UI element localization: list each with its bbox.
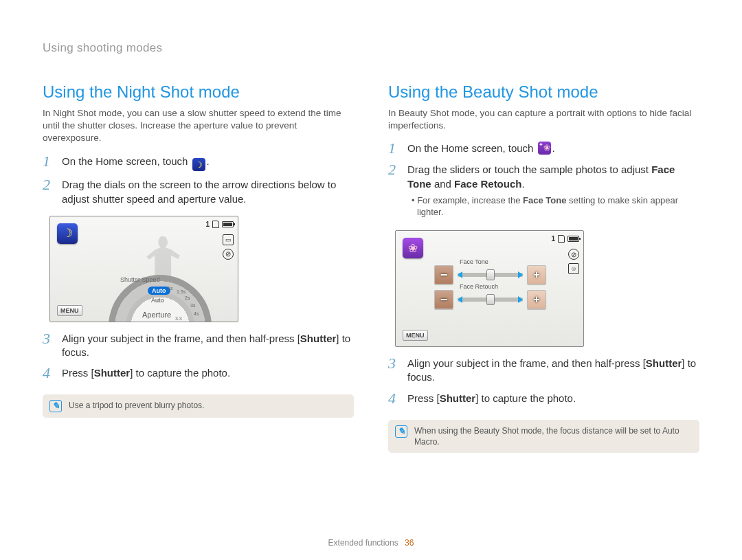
step-number: 2: [43, 177, 55, 206]
shutter-key: Shutter: [94, 367, 131, 379]
text: Align your subject in the frame, and the…: [407, 357, 646, 369]
memory-icon: [212, 221, 219, 228]
menu-button[interactable]: MENU: [57, 305, 82, 316]
auto-text: Auto: [151, 297, 164, 304]
arrow-left-icon: [458, 296, 462, 303]
night-title: Using the Night Shot mode: [43, 82, 354, 102]
face-tone-strong: Face Tone: [523, 195, 566, 205]
face-retouch-slider-label: Face Retouch: [460, 283, 498, 290]
face-retouch-slider[interactable]: − +: [434, 290, 546, 309]
slider-track[interactable]: [458, 298, 523, 302]
step-number: 4: [388, 391, 401, 406]
slider-knob[interactable]: [486, 294, 495, 305]
memory-icon: [558, 235, 565, 243]
beauty-step-2: 2 Drag the sliders or touch the sample p…: [388, 163, 699, 221]
text: Align your subject in the frame, and the…: [62, 333, 300, 344]
night-shot-screenshot: 1 ▭ ⊘ MENU Shutter Speed Auto Auto Apert…: [49, 216, 238, 322]
side-icons: ⊘ ☺: [568, 249, 579, 274]
beauty-shot-column: Using the Beauty Shot mode In Beauty Sho…: [388, 82, 699, 453]
shutter-key: Shutter: [300, 333, 337, 344]
image-size-icon: ▭: [223, 234, 234, 245]
arrow-right-icon: [518, 271, 523, 278]
page-footer: Extended functions 36: [0, 538, 742, 548]
note-icon: ✎: [49, 400, 62, 412]
face-detect-icon: ☺: [568, 263, 579, 274]
beauty-mode-chip-icon: [403, 238, 423, 258]
text: Drag the sliders or touch the sample pho…: [407, 164, 651, 175]
sub-bullet: For example, increase the Face Tone sett…: [417, 194, 699, 219]
text: Drag the dials on the screen to the arro…: [62, 178, 354, 206]
aperture-label: Aperture: [142, 311, 171, 319]
step-number: 1: [388, 141, 401, 156]
note-icon: ✎: [395, 425, 407, 438]
battery-icon: [567, 236, 579, 242]
step-number: 2: [388, 162, 401, 221]
beauty-title: Using the Beauty Shot mode: [388, 82, 699, 102]
status-bar: 1: [551, 235, 579, 243]
plus-sample-icon[interactable]: +: [527, 265, 546, 284]
tick: 1s: [168, 286, 172, 291]
footer-page-number: 36: [405, 538, 414, 548]
shot-count: 1: [551, 235, 555, 243]
slider-knob[interactable]: [486, 269, 495, 280]
night-note: ✎ Use a tripod to prevent blurry photos.: [43, 394, 354, 418]
step-number: 1: [43, 154, 55, 172]
tick: 3s: [190, 303, 195, 308]
night-mode-chip-icon: [57, 223, 78, 244]
step-number: 4: [43, 366, 55, 381]
tick: 4s: [194, 311, 199, 316]
beauty-note: ✎ When using the Beauty Shot mode, the f…: [388, 420, 699, 453]
minus-sample-icon[interactable]: −: [434, 290, 453, 309]
text: On the Home screen, touch: [62, 155, 191, 167]
footer-section: Extended functions: [328, 538, 398, 548]
tick: 2s: [185, 295, 190, 300]
flash-off-icon: ⊘: [223, 249, 234, 260]
night-step-2: 2 Drag the dials on the screen to the ar…: [43, 178, 354, 206]
minus-sample-icon[interactable]: −: [434, 265, 453, 284]
page-content: Using the Night Shot mode In Night Shot …: [0, 55, 742, 453]
beauty-shot-screenshot: 1 ⊘ ☺ MENU Face Tone − + Face Retouch: [395, 230, 584, 347]
night-steps: 1 On the Home screen, touch . 2 Drag the…: [43, 155, 354, 213]
arrow-left-icon: [458, 271, 462, 278]
plus-sample-icon[interactable]: +: [527, 290, 546, 309]
flash-off-icon: ⊘: [568, 249, 579, 260]
text: Press [: [62, 367, 94, 379]
beauty-step-1: 1 On the Home screen, touch .: [388, 142, 699, 156]
night-mode-icon: [192, 158, 205, 171]
arrow-right-icon: [518, 296, 523, 303]
text: .: [521, 178, 524, 190]
slider-track[interactable]: [458, 273, 523, 277]
beauty-steps: 1 On the Home screen, touch . 2 Drag the…: [388, 142, 699, 227]
face-tone-slider[interactable]: − +: [434, 265, 546, 284]
note-text: Use a tripod to prevent blurry photos.: [69, 400, 204, 411]
menu-button[interactable]: MENU: [403, 330, 428, 341]
night-step-4: 4 Press [Shutter] to capture the photo.: [43, 366, 354, 381]
beauty-intro: In Beauty Shot mode, you can capture a p…: [388, 107, 699, 132]
shutter-key: Shutter: [440, 392, 476, 404]
night-step-1: 1 On the Home screen, touch .: [43, 155, 354, 172]
text: ] to capture the photo.: [475, 392, 576, 404]
status-bar: 1: [205, 221, 234, 228]
face-tone-slider-label: Face Tone: [460, 258, 488, 265]
night-intro: In Night Shot mode, you can use a slow s…: [43, 107, 354, 145]
text: .: [552, 142, 555, 154]
night-shot-column: Using the Night Shot mode In Night Shot …: [43, 82, 354, 453]
battery-icon: [222, 221, 234, 227]
beauty-steps-cont: 3 Align your subject in the frame, and t…: [388, 357, 699, 413]
face-retouch-label: Face Retouch: [454, 178, 521, 190]
note-text: When using the Beauty Shot mode, the foc…: [414, 425, 693, 447]
text: For example, increase the: [417, 195, 523, 205]
side-icons: ▭ ⊘: [223, 234, 234, 260]
night-steps-cont: 3 Align your subject in the frame, and t…: [43, 332, 354, 388]
text: and: [431, 178, 454, 190]
step-number: 3: [388, 356, 401, 385]
beauty-step-3: 3 Align your subject in the frame, and t…: [388, 357, 699, 385]
text: .: [207, 155, 210, 167]
shutter-speed-label: Shutter Speed: [120, 276, 160, 283]
tick: 3.3: [175, 316, 182, 321]
dial[interactable]: Shutter Speed Auto Auto Aperture 1s 1.5s…: [98, 251, 222, 322]
step-number: 3: [43, 331, 55, 360]
night-step-3: 3 Align your subject in the frame, and t…: [43, 332, 354, 360]
beauty-mode-icon: [538, 142, 551, 155]
beauty-step-4: 4 Press [Shutter] to capture the photo.: [388, 392, 699, 406]
